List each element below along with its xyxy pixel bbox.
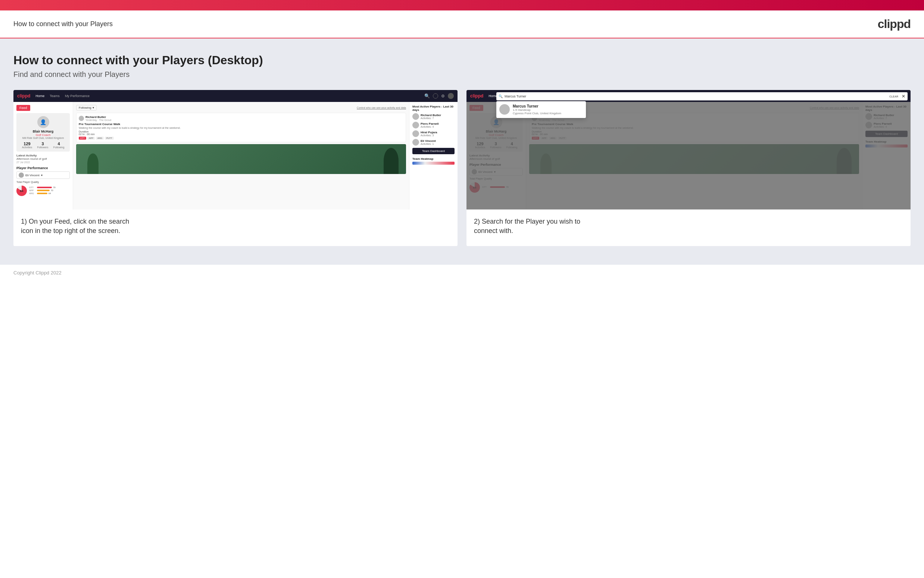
search-close-btn[interactable]: ✕ — [901, 94, 905, 99]
profile-stats: 129 Activities 3 Followers 4 Following — [19, 141, 67, 149]
search-clear-btn[interactable]: CLEAR — [889, 95, 898, 98]
p-avatar-1 — [413, 113, 419, 120]
player-name: Eli Vincent — [25, 174, 40, 177]
following-header: Following ▾ Control who can see your act… — [76, 105, 406, 110]
tag-ott: OTT — [79, 136, 86, 140]
bar-ott: OTT 79 — [29, 186, 56, 188]
nav-teams-1: Teams — [50, 94, 60, 98]
following-btn[interactable]: Following ▾ — [76, 105, 97, 110]
act-avatar — [79, 116, 84, 121]
player-avatar-sm — [19, 172, 24, 178]
avatar-nav — [448, 93, 454, 99]
p-acts-3: Activities: 3 — [421, 134, 455, 136]
settings-icon: ⚙ — [441, 94, 445, 99]
caption-area-2: 2) Search for the Player you wish toconn… — [466, 209, 911, 246]
player-row-3: Hiral Pujara Activities: 3 — [413, 130, 455, 137]
heatmap-bar — [413, 162, 455, 165]
search-result-handicap: 1-5 Handicap — [513, 108, 561, 112]
act-title: Pre Tournament Course Walk — [79, 122, 403, 126]
team-heatmap-title: Team Heatmap — [413, 157, 455, 161]
footer-text: Copyright Clippd 2022 — [13, 270, 61, 276]
tag-arg: ARG — [96, 136, 104, 140]
player-quality: Total Player Quality 84 OTT 79 — [16, 181, 70, 196]
search-result-info: Marcus Turner 1-5 Handicap Cypress Point… — [513, 104, 561, 115]
act-meta: Yesterday · The Grove — [86, 119, 112, 121]
bar-app: APP 70 — [29, 189, 56, 192]
screenshots-grid: clippd Home Teams My Performance 🔍 ⚙ — [13, 90, 911, 246]
p-avatar-2 — [413, 122, 419, 128]
app-logo-1: clippd — [17, 93, 30, 99]
p-name-3: Hiral Pujara — [421, 131, 455, 134]
logo-text: clippd — [878, 17, 911, 31]
activity-card: Richard Butler Yesterday · The Grove Pre… — [76, 113, 406, 142]
search-bar-overlay: 🔍 Marcus Turner CLEAR ✕ — [496, 92, 908, 101]
golfer-figure-1 — [384, 148, 398, 174]
profile-avatar: 👤 — [37, 116, 49, 128]
caption-area-1: 1) On your Feed, click on the searchicon… — [13, 209, 458, 246]
right-panel-1: Most Active Players - Last 30 days Richa… — [409, 102, 458, 209]
app-nav-bar-1: clippd Home Teams My Performance 🔍 ⚙ — [13, 90, 458, 102]
quality-circle: 84 — [16, 185, 27, 196]
player-perf-title: Player Performance — [16, 166, 70, 170]
tag-row: OTT APP ARG PUTT — [79, 136, 403, 140]
search-bar-text[interactable]: Marcus Turner — [505, 94, 887, 98]
profile-area: 👤 Blair McHarg Golf Coach Mill Ride Golf… — [16, 113, 70, 152]
act-duration: Duration02 hr : 00 min — [79, 130, 403, 136]
mid-panel-1: Following ▾ Control who can see your act… — [73, 102, 409, 209]
act-desc: Walking the course with my coach to buil… — [79, 127, 403, 129]
latest-activity-label: Latest Activity Afternoon round of golf … — [16, 154, 70, 164]
search-dropdown: Marcus Turner 1-5 Handicap Cypress Point… — [496, 101, 586, 118]
quality-bars: OTT 79 APP 70 — [29, 186, 56, 195]
p-avatar-3 — [413, 130, 419, 137]
p-name-4: Eli Vincent — [421, 139, 455, 143]
p-acts-4: Activities: 1 — [421, 143, 455, 145]
search-icon[interactable]: 🔍 — [424, 93, 430, 99]
player-row-4: Eli Vincent Activities: 1 — [413, 139, 455, 146]
most-active-title: Most Active Players - Last 30 days — [413, 105, 455, 112]
left-panel-1: Feed 👤 Blair McHarg Golf Coach Mill Ride… — [13, 102, 73, 209]
page-title: How to connect with your Players — [13, 20, 113, 28]
player-row-2: Piers Parnell Activities: 4 — [413, 122, 455, 128]
tag-putt: PUTT — [105, 136, 114, 140]
stat-following: 4 Following — [53, 141, 65, 149]
act-name: Richard Butler — [86, 115, 112, 119]
search-bar-icon: 🔍 — [498, 94, 503, 98]
top-bar — [0, 0, 924, 10]
p-name-2: Piers Parnell — [421, 122, 455, 125]
golf-image — [76, 144, 406, 174]
bar-arg: ARG 64 — [29, 192, 56, 195]
stat-followers: 3 Followers — [37, 141, 49, 149]
control-link[interactable]: Control who can see your activity and da… — [357, 106, 406, 109]
p-name-1: Richard Butler — [421, 114, 455, 117]
profile-club: Mill Ride Golf Club, United Kingdom — [19, 136, 67, 139]
header: How to connect with your Players clippd — [0, 10, 924, 39]
activity-user: Richard Butler Yesterday · The Grove — [79, 115, 403, 121]
dropdown-arrow: ▾ — [41, 174, 42, 177]
nav-home-1: Home — [36, 94, 44, 98]
app-mockup-2: clippd Home Teams My Performance 🔍 ⚙ — [466, 90, 911, 209]
app-mockup-1: clippd Home Teams My Performance 🔍 ⚙ — [13, 90, 458, 209]
stat-activities: 129 Activities — [22, 141, 32, 149]
profile-role: Golf Coach — [19, 133, 67, 136]
profile-name: Blair McHarg — [19, 130, 67, 133]
user-icon — [433, 93, 438, 99]
app-logo-2: clippd — [470, 93, 483, 99]
tag-app: APP — [87, 136, 95, 140]
nav-right-1: 🔍 ⚙ — [424, 93, 454, 99]
footer: Copyright Clippd 2022 — [0, 265, 924, 281]
screenshot-card-2: clippd Home Teams My Performance 🔍 ⚙ — [466, 90, 911, 246]
caption-text-2: 2) Search for the Player you wish toconn… — [474, 217, 903, 235]
hero-section: How to connect with your Players (Deskto… — [13, 54, 911, 79]
p-acts-1: Activities: 7 — [421, 117, 455, 120]
app-body-1: Feed 👤 Blair McHarg Golf Coach Mill Ride… — [13, 102, 458, 209]
player-selector[interactable]: Eli Vincent ▾ — [16, 171, 70, 179]
search-overlay — [466, 102, 911, 209]
nav-performance-1: My Performance — [65, 94, 89, 98]
feed-tab[interactable]: Feed — [16, 105, 30, 111]
hero-subtitle: Find and connect with your Players — [13, 70, 911, 79]
search-result-item[interactable]: Marcus Turner 1-5 Handicap Cypress Point… — [499, 104, 583, 115]
team-dashboard-btn[interactable]: Team Dashboard — [413, 148, 455, 154]
player-row-1: Richard Butler Activities: 7 — [413, 113, 455, 120]
main-content: How to connect with your Players (Deskto… — [0, 39, 924, 265]
search-result-club: Cypress Point Club, United Kingdom — [513, 112, 561, 115]
